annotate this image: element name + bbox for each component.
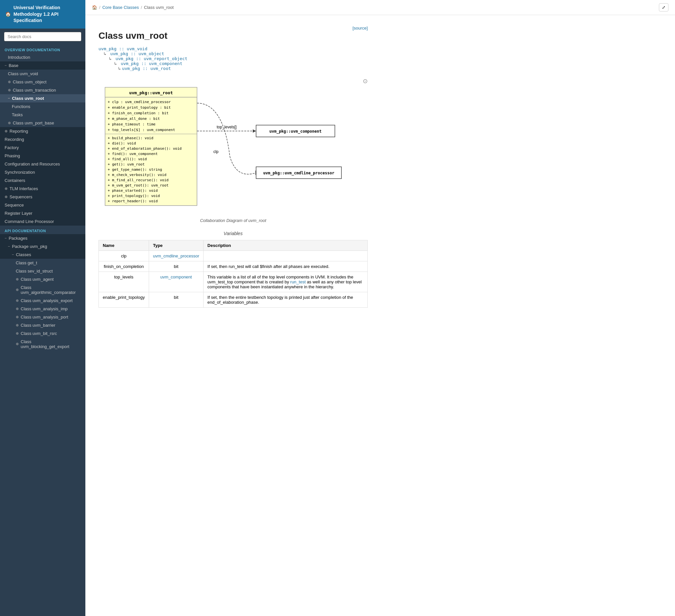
sidebar-item-label: Class uvm_object <box>13 79 47 84</box>
sidebar-item-class-uvm-barrier[interactable]: ⊕ Class uvm_barrier <box>0 321 85 329</box>
svg-text:+ phase_timeout : time: + phase_timeout : time <box>108 122 156 127</box>
expand-button[interactable]: ⤢ <box>659 3 668 11</box>
sidebar-item-label: Introduction <box>8 55 30 60</box>
sidebar-item-class-uvm-blocking-get-export[interactable]: ⊕ Class uvm_blocking_get_export <box>0 337 85 351</box>
search-input[interactable] <box>4 32 81 42</box>
var-description: If set, then run_test will call $finish … <box>203 261 367 272</box>
var-name: clp <box>99 251 149 261</box>
content-area: [source] Class uvm_root uvm_pkg :: uvm_v… <box>85 15 381 316</box>
breadcrumb-home-icon[interactable]: 🏠 <box>92 5 97 10</box>
toggle-icon: ⊕ <box>16 277 19 282</box>
sidebar-item-sequence[interactable]: Sequence <box>0 201 85 209</box>
sidebar-item-class-uvm-object[interactable]: ⊕ Class uvm_object <box>0 78 85 86</box>
inheritance-line-2: ↳ uvm_pkg :: uvm_report_object <box>98 56 368 61</box>
uml-diagram-container: ⊙ uvm_pkg::uvm_root + clp : uvm_cmdline_… <box>98 77 368 223</box>
sidebar-item-sequencers[interactable]: ⊕ Sequencers <box>0 193 85 201</box>
diagram-screenshot-button[interactable]: ⊙ <box>363 77 368 85</box>
sidebar-item-introduction[interactable]: Introduction <box>0 53 85 61</box>
sidebar-title: Universal Verification Methodology 1.2 A… <box>13 5 80 24</box>
sidebar-item-label: Register Layer <box>5 211 32 216</box>
sidebar-item-class-sev-id-struct[interactable]: Class sev_id_struct <box>0 267 85 275</box>
sidebar-item-class-get-t[interactable]: Class get_t <box>0 259 85 267</box>
sidebar-item-package-uvm-pkg[interactable]: − Package uvm_pkg <box>0 242 85 250</box>
toggle-icon: − <box>5 63 7 67</box>
svg-text:+ get_type_name(): string: + get_type_name(): string <box>108 167 162 172</box>
sidebar-item-label: Functions <box>12 104 30 109</box>
toggle-icon: ⊕ <box>16 299 19 303</box>
sidebar-item-label: Synchronization <box>5 170 35 175</box>
svg-text:+ phase_started(): void: + phase_started(): void <box>108 188 158 193</box>
sidebar-item-class-uvm-transaction[interactable]: ⊕ Class uvm_transaction <box>0 86 85 94</box>
home-icon: 🏠 <box>5 11 11 18</box>
sidebar-item-reporting[interactable]: ⊕ Reporting <box>0 127 85 135</box>
table-row: finish_on_completion bit If set, then ru… <box>99 261 368 272</box>
sidebar-item-packages[interactable]: − Packages <box>0 234 85 242</box>
breadcrumb-current: Class uvm_root <box>144 5 174 10</box>
sidebar-item-class-uvm-analysis-imp[interactable]: ⊕ Class uvm_analysis_imp <box>0 305 85 313</box>
sidebar-item-synchronization[interactable]: Synchronization <box>0 168 85 176</box>
inheritance-line-3: ↳ uvm_pkg :: uvm_component <box>98 61 368 66</box>
sidebar-item-factory[interactable]: Factory <box>0 144 85 152</box>
sidebar-item-tlm-interfaces[interactable]: ⊕ TLM Interfaces <box>0 184 85 193</box>
sidebar-item-label: Reporting <box>9 129 28 134</box>
toggle-icon: ⊕ <box>16 323 19 327</box>
sidebar-item-command-line-processor[interactable]: Command Line Processor <box>0 217 85 226</box>
source-link[interactable]: [source] <box>353 26 368 30</box>
var-name: finish_on_completion <box>99 261 149 272</box>
svg-text:+ get(): uvm_root: + get(): uvm_root <box>108 162 145 166</box>
inheritance-line-1: ↳ uvm_pkg :: uvm_object <box>98 51 368 56</box>
sidebar-item-class-uvm-algorithmic-comparator[interactable]: ⊕ Class uvm_algorithmic_comparator <box>0 283 85 297</box>
sidebar-item-recording[interactable]: Recording <box>0 135 85 144</box>
var-type: uvm_component <box>149 272 203 292</box>
svg-text:+ finish_on_completion : bit: + finish_on_completion : bit <box>108 111 168 115</box>
sidebar-item-class-uvm-void[interactable]: Class uvm_void <box>0 70 85 78</box>
sidebar-item-class-uvm-root[interactable]: − Class uvm_root <box>0 94 85 102</box>
sidebar-item-phasing[interactable]: Phasing <box>0 152 85 160</box>
var-type: bit <box>149 292 203 308</box>
sidebar-item-base[interactable]: − Base <box>0 61 85 70</box>
search-box-wrap <box>0 28 85 45</box>
sidebar-item-register-layer[interactable]: Register Layer <box>0 209 85 217</box>
toggle-icon: ⊕ <box>8 80 11 84</box>
sidebar-item-label: Tasks <box>12 112 23 117</box>
table-row: clp uvm_cmdline_processor <box>99 251 368 261</box>
svg-text:+ m_find_all_recurse(): void: + m_find_all_recurse(): void <box>108 178 168 182</box>
sidebar-item-label: Classes <box>16 252 31 257</box>
sidebar-item-label: Class uvm_void <box>8 71 38 76</box>
overview-section-label: OVERVIEW DOCUMENTATION <box>0 45 85 53</box>
toggle-icon: − <box>12 252 14 256</box>
sidebar-item-label: TLM Interfaces <box>9 186 38 191</box>
sidebar-item-containers[interactable]: Containers <box>0 176 85 184</box>
sidebar-item-class-uvm-analysis-port[interactable]: ⊕ Class uvm_analysis_port <box>0 313 85 321</box>
inheritance-line-0: uvm_pkg :: uvm_void <box>98 46 368 51</box>
sidebar-item-config-resources[interactable]: Configuration and Resources <box>0 160 85 168</box>
sidebar-header: 🏠 Universal Verification Methodology 1.2… <box>0 0 85 28</box>
sidebar-item-label: Class uvm_algorithmic_comparator <box>21 285 81 295</box>
sidebar-item-classes[interactable]: − Classes <box>0 250 85 259</box>
toggle-icon: ⊕ <box>16 307 19 311</box>
sidebar-item-label: Sequencers <box>9 195 32 199</box>
sidebar-item-label: Class uvm_transaction <box>13 88 56 93</box>
toggle-icon: ⊕ <box>16 315 19 319</box>
sidebar-item-class-uvm-analysis-export[interactable]: ⊕ Class uvm_analysis_export <box>0 297 85 305</box>
sidebar-item-class-uvm-agent[interactable]: ⊕ Class uvm_agent <box>0 275 85 283</box>
svg-text:clp: clp <box>213 149 219 154</box>
svg-text:+ top_levels[$] : uvm_componen: + top_levels[$] : uvm_component <box>108 128 175 132</box>
sidebar-item-label: Class get_t <box>16 260 37 265</box>
breadcrumb-core-base-classes[interactable]: Core Base Classes <box>102 5 139 10</box>
svg-text:uvm_pkg::uvm_cmdline_processor: uvm_pkg::uvm_cmdline_processor <box>263 171 334 176</box>
toggle-icon: ⊕ <box>8 88 11 92</box>
sidebar-item-label: Class uvm_analysis_imp <box>21 306 68 311</box>
svg-text:+ print_topology(): void: + print_topology(): void <box>108 194 160 198</box>
sidebar-item-functions[interactable]: Functions <box>0 102 85 111</box>
sidebar-item-class-uvm-bit-rsrc[interactable]: ⊕ Class uvm_bit_rsrc <box>0 329 85 337</box>
sidebar-item-label: Containers <box>5 178 25 183</box>
sidebar-item-label: Factory <box>5 145 19 150</box>
svg-text:+ enable_print_topology : bit: + enable_print_topology : bit <box>108 105 171 110</box>
sidebar-item-tasks[interactable]: Tasks <box>0 111 85 119</box>
svg-text:uvm_pkg::uvm_root: uvm_pkg::uvm_root <box>129 90 173 95</box>
diagram-caption: Collaboration Diagram of uvm_root <box>98 218 368 223</box>
sidebar-item-class-uvm-port-base[interactable]: ⊕ Class uvm_port_base <box>0 119 85 127</box>
svg-text:+ m_check_verbosity(): void: + m_check_verbosity(): void <box>108 173 166 177</box>
toggle-icon: ⊕ <box>16 288 19 292</box>
